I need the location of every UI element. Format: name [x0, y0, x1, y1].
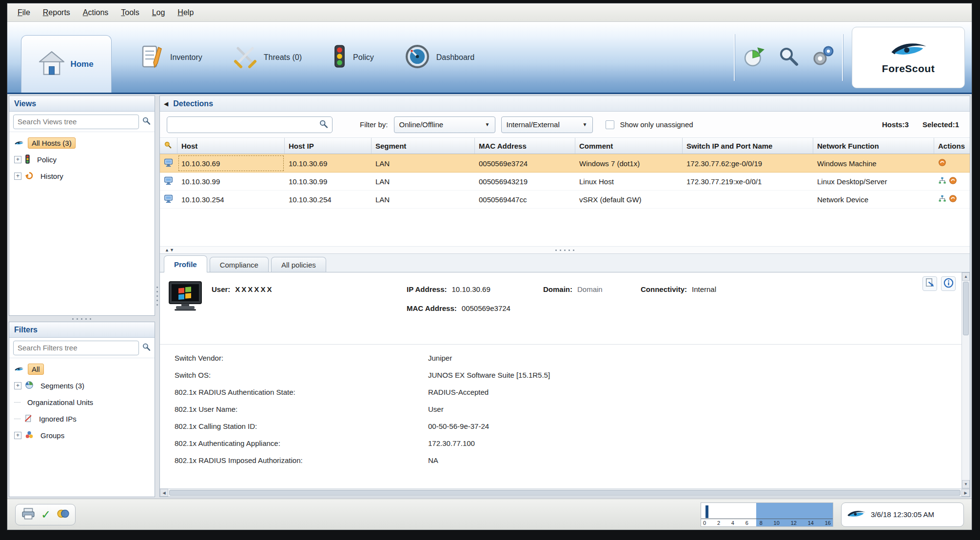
search-button[interactable] — [774, 40, 803, 75]
action-icon[interactable] — [938, 158, 946, 168]
sidebar-item-all[interactable]: All — [12, 362, 152, 376]
tab-all-policies[interactable]: All policies — [271, 257, 326, 272]
scroll-right-button[interactable]: ▶ — [961, 489, 970, 497]
scrollbar-thumb[interactable] — [963, 282, 969, 335]
column-header-segment[interactable]: Segment — [372, 138, 475, 154]
search-icon[interactable] — [142, 343, 151, 353]
details-splitter[interactable]: ▲ ▼ — [160, 246, 970, 254]
property-label: 802.1x Authenticating Appliance: — [175, 439, 428, 447]
connectivity-label: Connectivity: — [641, 285, 687, 293]
info-button[interactable] — [941, 276, 956, 291]
tab-home[interactable]: Home — [21, 35, 112, 93]
summary-mac: MAC Address: 0050569e3724 — [407, 304, 543, 312]
sidebar-splitter[interactable] — [155, 96, 159, 497]
details-pane: Profile Compliance All policies User: XX… — [160, 254, 970, 497]
search-icon[interactable] — [142, 116, 151, 127]
table-row[interactable]: 10.10.30.254 10.10.30.254 LAN 0050569447… — [160, 191, 970, 209]
show-only-unassigned-checkbox[interactable] — [606, 120, 614, 129]
histogram-bar — [706, 505, 708, 518]
pie-chart-icon — [743, 45, 765, 69]
options-button[interactable] — [808, 40, 837, 75]
scroll-up-button[interactable]: ▲ — [962, 272, 970, 281]
scroll-down-button[interactable]: ▼ — [962, 480, 970, 488]
property-value: Juniper — [428, 354, 452, 362]
sidebar-item-groups[interactable]: + Groups — [12, 428, 152, 443]
column-header-comment[interactable]: Comment — [575, 138, 683, 154]
tab-policy[interactable]: Policy — [317, 22, 390, 93]
tab-profile[interactable]: Profile — [164, 255, 207, 272]
online-offline-dropdown[interactable]: Online/Offline ▼ — [394, 116, 495, 133]
connection-ok-icon[interactable]: ✓ — [41, 509, 51, 521]
filters-search-input[interactable] — [13, 341, 139, 355]
expand-toggle-icon[interactable]: + — [14, 173, 21, 180]
hierarchy-action-icon[interactable] — [938, 176, 946, 186]
column-header-host-ip[interactable]: Host IP — [285, 138, 372, 154]
menu-item-log[interactable]: Log — [146, 6, 172, 19]
tab-inventory[interactable]: Inventory — [124, 22, 218, 93]
scroll-left-button[interactable]: ◀ — [160, 489, 168, 497]
column-header-actions[interactable]: Actions — [934, 138, 970, 154]
eye-icon — [14, 365, 24, 373]
column-header-network-function[interactable]: Network Function — [813, 138, 934, 154]
action-icon[interactable] — [949, 176, 957, 186]
sidebar-item-ignored-ips[interactable]: Ignored IPs — [12, 412, 152, 426]
cell-host-ip: 10.10.30.69 — [285, 154, 372, 172]
property-row: 802.1x Calling Station ID: 00-50-56-9e-3… — [175, 418, 961, 435]
expand-toggle-icon[interactable]: + — [14, 156, 21, 163]
tab-compliance[interactable]: Compliance — [210, 257, 269, 272]
tab-dashboard[interactable]: Dashboard — [390, 22, 490, 93]
menu-item-tools[interactable]: Tools — [115, 6, 145, 19]
eye-icon — [14, 139, 24, 147]
splitter-down-icon[interactable]: ▼ — [170, 248, 175, 252]
menu-item-help[interactable]: Help — [171, 6, 200, 19]
content-area: ◀ Detections Filter by: Online/Offline ▼… — [159, 96, 970, 497]
activity-histogram[interactable]: 0 2 4 6 8 10 12 14 16 — [701, 502, 833, 527]
hierarchy-action-icon[interactable] — [938, 194, 946, 204]
table-row[interactable]: 10.10.30.99 10.10.30.99 LAN 005056943219… — [160, 173, 970, 191]
tab-home-label: Home — [70, 59, 93, 69]
splitter-up-icon[interactable]: ▲ — [165, 248, 170, 252]
sidebar-item-segments[interactable]: + Segments (3) — [12, 379, 152, 393]
filters-search-row — [9, 338, 155, 358]
column-header-switch[interactable]: Switch IP and Port Name — [683, 138, 813, 154]
hosts-search-input[interactable] — [171, 120, 316, 129]
column-header-mac[interactable]: MAC Address — [475, 138, 575, 154]
menu-item-actions[interactable]: Actions — [77, 6, 115, 19]
menu-item-reports[interactable]: Reports — [37, 6, 77, 19]
reports-chart-button[interactable] — [740, 40, 769, 75]
action-icon[interactable] — [949, 194, 957, 204]
sidebar-item-policy[interactable]: + Policy — [12, 153, 152, 167]
expand-toggle-icon[interactable]: + — [14, 382, 21, 389]
cell-switch-port: 172.30.77.219:xe-0/0/1 — [683, 173, 813, 190]
property-label: Switch Vendor: — [175, 354, 428, 362]
appliance-icon[interactable] — [21, 507, 35, 521]
threats-icon — [234, 45, 257, 70]
histogram-ticks: 0 2 4 6 8 10 12 14 16 — [703, 520, 831, 526]
export-button[interactable] — [922, 276, 937, 291]
collapse-left-icon[interactable]: ◀ — [164, 100, 168, 107]
sidebar-item-history[interactable]: + History — [12, 169, 152, 183]
dropdown-value: Online/Offline — [399, 120, 444, 129]
export-icon — [925, 278, 935, 289]
pin-column-header[interactable] — [160, 138, 177, 154]
scrollbar-thumb[interactable] — [169, 490, 960, 496]
sidebar-item-organizational-units[interactable]: Organizational Units — [12, 395, 152, 409]
table-header-row: Host Host IP Segment MAC Address Comment… — [160, 138, 970, 154]
domain-value: Domain — [577, 285, 603, 293]
panel-splitter[interactable] — [9, 316, 155, 322]
cell-actions — [934, 154, 970, 172]
computer-icon — [164, 176, 173, 187]
tab-threats[interactable]: Threats (0) — [218, 22, 317, 93]
license-icon[interactable] — [57, 507, 69, 521]
sidebar-item-all-hosts[interactable]: All Hosts (3) — [12, 136, 152, 150]
cell-segment: LAN — [372, 191, 475, 208]
views-search-input[interactable] — [13, 115, 139, 129]
brand-name: ForeScout — [882, 63, 935, 75]
expand-toggle-icon[interactable]: + — [14, 432, 21, 439]
tab-inventory-label: Inventory — [170, 53, 202, 62]
table-row[interactable]: 10.10.30.69 10.10.30.69 LAN 0050569e3724… — [160, 154, 970, 173]
column-header-host[interactable]: Host — [177, 138, 285, 154]
menu-item-file[interactable]: File — [11, 6, 37, 19]
internal-external-dropdown[interactable]: Internal/External ▼ — [501, 116, 593, 133]
search-icon[interactable] — [319, 119, 328, 130]
